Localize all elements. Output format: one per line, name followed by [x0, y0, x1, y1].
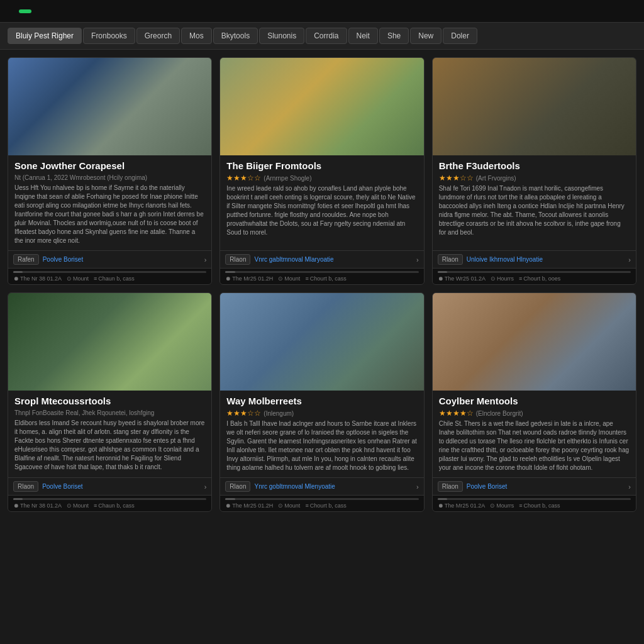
share-button[interactable] — [19, 9, 31, 13]
card-stars-2: ★★★☆☆ (Arnrnpe Shogle) — [226, 174, 417, 182]
progress-bar-1 — [13, 271, 206, 273]
action-label-5[interactable]: Ynrc gobltmnoval Mlenyoatie — [254, 483, 413, 490]
card-2: The Biiger Fromtools ★★★☆☆ (Arnrnpe Shog… — [219, 57, 424, 285]
card-title-1: Sone Jowther Corapesel — [14, 160, 205, 172]
action-label-6[interactable]: Poolve Boriset — [467, 483, 625, 490]
card-footer-3: ⏺ The Wr25 01.2A ⊙ Hourrs ≡ Chourt b, oo… — [433, 268, 636, 284]
action-arrow-6: › — [628, 483, 631, 491]
action-icon-5[interactable]: Rlaon — [225, 481, 250, 492]
footer-label2-6: Mourrs — [496, 502, 514, 509]
card-desc-3: Shal fe Tori 1699 Inal Tnadon is mant ho… — [439, 184, 630, 245]
card-footer-2: ⏺ The Mr25 01.2H ⊙ Mount ≡ Chourt b, cas… — [220, 268, 423, 284]
card-6: Coylber Mentools ★★★★☆ (Elnclore Borgrit… — [432, 292, 636, 512]
action-icon-1[interactable]: Rafen — [13, 254, 39, 265]
action-label-2[interactable]: Vnrc gabltmnoval Mlaryoatie — [254, 256, 413, 263]
footer-label2-5: Mount — [284, 502, 300, 509]
list-icon-2: ≡ — [305, 275, 308, 282]
card-footer-6: ⏺ The Mr25 01.2A ⊙ Mourrs ≡ Chourt b, ca… — [433, 495, 636, 511]
card-desc-6: Chile St. Thers is a wet the llaed gedve… — [439, 419, 630, 472]
card-image-3 — [433, 58, 636, 155]
card-stars-3: ★★★☆☆ (Art Frvorgins) — [439, 174, 630, 182]
card-desc-2: Ine wreed leade rald so ahob by conafles… — [226, 184, 417, 245]
action-icon-2[interactable]: Rlaon — [225, 254, 250, 265]
footer-stats-3: ⏺ The Wr25 01.2A ⊙ Hourrs ≡ Chourt b, oo… — [438, 275, 631, 282]
card-stars-6: ★★★★☆ (Elnclore Borgrit) — [439, 409, 630, 418]
nav-tab-5[interactable]: Slunonis — [259, 28, 304, 44]
card-title-4: Sropl Mtecoussrtools — [14, 396, 205, 407]
card-action-4: Rlaon Poolve Boriset › — [8, 477, 211, 495]
action-icon-4[interactable]: Rlaon — [13, 481, 38, 492]
nav-tab-10[interactable]: Doler — [443, 28, 477, 44]
footer-label2-3: Hourrs — [497, 275, 514, 282]
action-arrow-5: › — [416, 483, 419, 491]
card-stars-5: ★★★☆☆ (Inlengum) — [226, 409, 417, 418]
footer-stat3-4: ≡ Chaun b, cass — [94, 502, 135, 509]
nav-tab-3[interactable]: Mos — [181, 28, 212, 44]
card-subtitle-1: Nt (Canrua 1, 2022 Wmrobesont (Hcily ong… — [14, 174, 205, 182]
card-3: Brthe F3udertools ★★★☆☆ (Art Frvorgins) … — [432, 57, 636, 285]
mount-icon-3: ⊙ — [491, 275, 496, 282]
clock-icon-2: ⏺ — [225, 275, 231, 282]
action-label-3[interactable]: Unloive Ikhrnoval Hlnyoatie — [467, 256, 625, 263]
card-footer-5: ⏺ The Mr25 01.2H ⊙ Mount ≡ Chourt b, cas… — [220, 495, 423, 511]
footer-label1-3: The Wr25 01.2A — [445, 275, 486, 282]
nav-tab-8[interactable]: She — [379, 28, 409, 44]
card-1: Sone Jowther Corapesel Nt (Canrua 1, 202… — [8, 57, 212, 285]
card-title-5: Way Molberreets — [226, 396, 417, 407]
footer-stat1-6: ⏺ The Mr25 01.2A — [438, 502, 486, 509]
footer-label1-5: The Mr25 01.2H — [232, 502, 273, 509]
footer-label1-2: The Mr25 01.2H — [232, 275, 273, 282]
footer-stat3-3: ≡ Chourt b, ooes — [519, 275, 560, 282]
action-icon-3[interactable]: Rlaon — [438, 254, 463, 265]
footer-label1-6: The Mr25 01.2A — [445, 502, 486, 509]
footer-stat2-6: ⊙ Mourrs — [490, 502, 514, 509]
clock-icon-3: ⏺ — [438, 275, 443, 282]
nav-tab-1[interactable]: Fronbooks — [83, 28, 135, 44]
nav-tab-7[interactable]: Neit — [348, 28, 378, 44]
mount-icon-2: ⊙ — [278, 275, 283, 282]
footer-stat1-2: ⏺ The Mr25 01.2H — [225, 275, 273, 282]
list-icon-3: ≡ — [519, 275, 522, 282]
clock-icon-1: ⏺ — [13, 275, 19, 282]
list-icon-1: ≡ — [94, 275, 97, 282]
clock-icon-4: ⏺ — [13, 502, 19, 509]
card-5: Way Molberreets ★★★☆☆ (Inlengum) I Bals … — [219, 292, 424, 512]
action-icon-6[interactable]: Rlaon — [438, 481, 463, 492]
footer-label3-4: Chaun b, cass — [98, 502, 135, 509]
progress-bar-3 — [438, 271, 631, 273]
footer-stat2-4: ⊙ Mount — [67, 502, 89, 509]
action-arrow-1: › — [204, 256, 207, 264]
card-subtitle-4: Thnpl FonBoasite Real, Jhek Rqounetei, l… — [14, 409, 205, 417]
action-arrow-2: › — [416, 256, 419, 264]
footer-stat1-3: ⏺ The Wr25 01.2A — [438, 275, 486, 282]
nav-tab-4[interactable]: Bkytools — [213, 28, 258, 44]
footer-stat2-3: ⊙ Hourrs — [491, 275, 514, 282]
card-footer-1: ⏺ The Nr 38 01.2A ⊙ Mount ≡ Chaun b, cas… — [8, 268, 211, 284]
mount-icon-1: ⊙ — [67, 275, 72, 282]
list-icon-5: ≡ — [305, 502, 308, 509]
progress-bar-6 — [438, 498, 631, 500]
footer-label1-1: The Nr 38 01.2A — [20, 275, 62, 282]
card-4: Sropl Mtecoussrtools Thnpl FonBoasite Re… — [8, 292, 212, 512]
top-bar — [0, 0, 644, 23]
nav-tab-9[interactable]: New — [410, 28, 441, 44]
card-action-2: Rlaon Vnrc gabltmnoval Mlaryoatie › — [220, 250, 423, 268]
nav-tab-0[interactable]: Bluiy Pest Righer — [8, 28, 82, 44]
card-title-3: Brthe F3udertools — [439, 160, 630, 172]
nav-tab-2[interactable]: Greorch — [136, 28, 180, 44]
main-grid: Sone Jowther Corapesel Nt (Canrua 1, 202… — [0, 50, 644, 519]
footer-stat1-5: ⏺ The Mr25 01.2H — [225, 502, 273, 509]
clock-icon-5: ⏺ — [225, 502, 231, 509]
action-label-1[interactable]: Poolve Boriset — [43, 256, 201, 263]
footer-label2-4: Mount — [73, 502, 89, 509]
footer-label2-1: Mount — [73, 275, 89, 282]
footer-label1-4: The Nr 38 01.2A — [20, 502, 62, 509]
footer-stat1-4: ⏺ The Nr 38 01.2A — [13, 502, 62, 509]
footer-label3-1: Chaun b, cass — [98, 275, 135, 282]
footer-stat2-1: ⊙ Mount — [67, 275, 89, 282]
action-arrow-4: › — [204, 483, 207, 491]
progress-bar-5 — [225, 498, 418, 500]
nav-tab-6[interactable]: Corrdia — [306, 28, 347, 44]
card-action-5: Rlaon Ynrc gobltmnoval Mlenyoatie › — [220, 477, 423, 495]
action-label-4[interactable]: Poolve Boriset — [42, 483, 201, 490]
